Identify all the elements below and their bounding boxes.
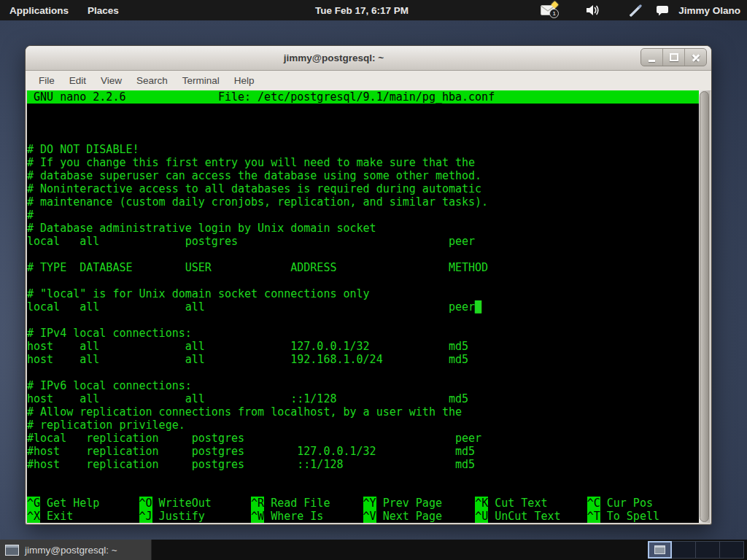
- user-menu[interactable]: Jimmy Olano: [678, 5, 740, 16]
- nano-shortcut-key: ^T: [587, 510, 600, 523]
- minimize-icon: [649, 60, 655, 62]
- nano-shortcut-key: ^Y: [363, 497, 376, 510]
- minimize-button[interactable]: [641, 49, 662, 66]
- workspace-1[interactable]: [648, 541, 672, 559]
- clock[interactable]: Tue Feb 17, 6:17 PM: [315, 0, 409, 20]
- top-panel: ApplicationsPlaces Tue Feb 17, 6:17 PM 1: [0, 0, 747, 20]
- mail-badge: 1: [549, 9, 559, 18]
- panel-menu-applications[interactable]: Applications: [0, 0, 78, 20]
- pen-input-icon[interactable]: [628, 4, 643, 17]
- terminal-window-icon: [5, 545, 19, 556]
- nano-shortcuts-row2: ^X Exit ^J Justify ^W Where Is ^V Next P…: [27, 510, 699, 523]
- workspace-2[interactable]: [672, 541, 696, 559]
- workspace-switcher: [648, 541, 744, 559]
- taskbar-window-button[interactable]: jimmy@postgresql: ~: [0, 540, 152, 560]
- nano-shortcut-key: ^J: [139, 510, 152, 523]
- nano-shortcuts-row1: ^G Get Help ^O WriteOut ^R Read File ^Y …: [27, 497, 699, 510]
- terminal-area: GNU nano 2.2.6 File: /etc/postgresql/9.1…: [27, 90, 710, 523]
- workspace-3[interactable]: [696, 541, 720, 559]
- terminal-window: jimmy@postgresql: ~ FileEditViewSearchTe…: [25, 45, 712, 525]
- nano-shortcut-key: ^U: [475, 510, 488, 523]
- nano-shortcut-key: ^V: [363, 510, 376, 523]
- close-button[interactable]: [684, 49, 706, 66]
- taskbar-window-label: jimmy@postgresql: ~: [25, 545, 117, 556]
- chat-bubble-icon[interactable]: [656, 5, 669, 16]
- scrollbar-track[interactable]: [699, 90, 710, 523]
- scrollbar-thumb[interactable]: [700, 91, 709, 522]
- system-tray: 1 J: [541, 0, 740, 20]
- bottom-panel: jimmy@postgresql: ~: [0, 540, 747, 560]
- nano-shortcut-key: ^K: [475, 497, 488, 510]
- maximize-icon: [670, 53, 678, 61]
- terminal-screen[interactable]: GNU nano 2.2.6 File: /etc/postgresql/9.1…: [27, 90, 699, 523]
- close-icon: [692, 53, 700, 62]
- desktop: ApplicationsPlaces Tue Feb 17, 6:17 PM 1: [0, 0, 747, 560]
- panel-menus: ApplicationsPlaces: [0, 0, 128, 20]
- menu-help[interactable]: Help: [227, 71, 262, 90]
- terminal-spacer: [27, 471, 699, 497]
- nano-shortcut-key: ^R: [251, 497, 264, 510]
- workspace-window-thumbnail: [654, 545, 665, 554]
- window-title: jimmy@postgresql: ~: [26, 52, 642, 63]
- nano-buffer[interactable]: # DO NOT DISABLE! # If you change this f…: [27, 104, 699, 471]
- nano-shortcut-key: ^W: [251, 510, 264, 523]
- menu-terminal[interactable]: Terminal: [175, 71, 227, 90]
- workspace-4[interactable]: [720, 541, 744, 559]
- nano-shortcut-key: ^C: [587, 497, 600, 510]
- nano-shortcut-key: ^X: [27, 510, 40, 523]
- nano-shortcut-key: ^O: [139, 497, 152, 510]
- menu-edit[interactable]: Edit: [62, 71, 93, 90]
- volume-icon[interactable]: [586, 4, 600, 16]
- nano-shortcut-key: ^G: [27, 497, 40, 510]
- panel-menu-places[interactable]: Places: [78, 0, 128, 20]
- menu-file[interactable]: File: [31, 71, 62, 90]
- window-controls: [640, 48, 707, 66]
- window-titlebar[interactable]: jimmy@postgresql: ~: [26, 46, 711, 71]
- menu-search[interactable]: Search: [129, 71, 175, 90]
- window-menubar: FileEditViewSearchTerminalHelp: [26, 71, 711, 91]
- mail-notification-icon[interactable]: 1: [541, 5, 555, 15]
- nano-header-bar: GNU nano 2.2.6 File: /etc/postgresql/9.1…: [27, 90, 699, 104]
- maximize-button[interactable]: [662, 49, 684, 66]
- menu-view[interactable]: View: [93, 71, 129, 90]
